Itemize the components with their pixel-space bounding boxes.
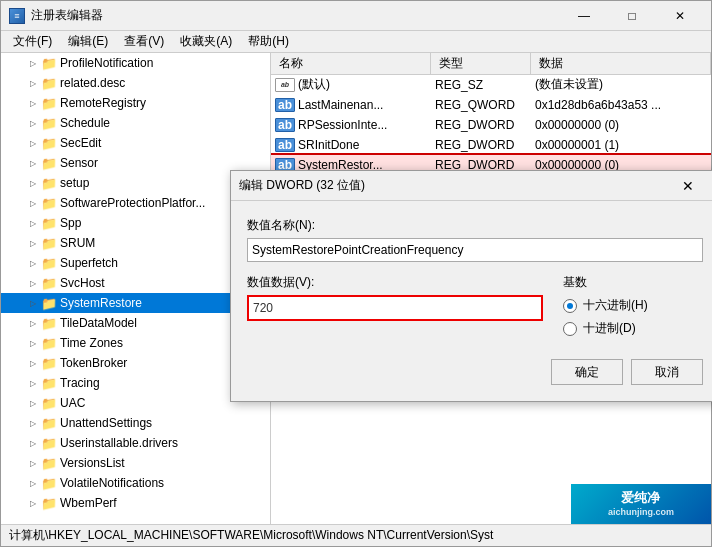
status-bar: 计算机\HKEY_LOCAL_MACHINE\SOFTWARE\Microsof…	[1, 524, 711, 546]
expand-arrow-icon: ▷	[25, 395, 41, 411]
registry-row[interactable]: abLastMainenan...REG_QWORD0x1d28db6a6b43…	[271, 95, 711, 115]
reg-cell-type: REG_QWORD	[431, 98, 531, 112]
expand-arrow-icon: ▷	[25, 495, 41, 511]
reg-name-text: (默认)	[298, 76, 330, 93]
app-icon: ≡	[9, 8, 25, 24]
menu-file[interactable]: 文件(F)	[5, 31, 60, 52]
registry-row[interactable]: abSRInitDoneREG_DWORD0x00000001 (1)	[271, 135, 711, 155]
status-text: 计算机\HKEY_LOCAL_MACHINE\SOFTWARE\Microsof…	[9, 527, 493, 544]
expand-arrow-icon: ▷	[25, 95, 41, 111]
watermark-subtext: aichunjing.com	[608, 507, 674, 519]
value-section: 数值数据(V):	[247, 274, 543, 321]
title-controls: — □ ✕	[561, 2, 703, 30]
folder-icon: 📁	[41, 256, 57, 271]
value-radix-row: 数值数据(V): 基数 十六进制(H) 十进制(D)	[247, 274, 703, 343]
registry-header: 名称 类型 数据	[271, 53, 711, 75]
menu-edit[interactable]: 编辑(E)	[60, 31, 116, 52]
minimize-button[interactable]: —	[561, 2, 607, 30]
registry-row[interactable]: ab(默认)REG_SZ(数值未设置)	[271, 75, 711, 95]
tree-item[interactable]: ▷📁RemoteRegistry	[1, 93, 270, 113]
folder-icon: 📁	[41, 196, 57, 211]
dialog-buttons: 确定 取消	[247, 359, 703, 385]
tree-item[interactable]: ▷📁Userinstallable.drivers	[1, 433, 270, 453]
folder-icon: 📁	[41, 356, 57, 371]
name-field-group: 数值名称(N):	[247, 217, 703, 262]
tree-item[interactable]: ▷📁Schedule	[1, 113, 270, 133]
tree-item-label: UAC	[60, 396, 85, 410]
tree-item-label: Sensor	[60, 156, 98, 170]
tree-item-label: SystemRestore	[60, 296, 142, 310]
dialog-title-bar: 编辑 DWORD (32 位值) ✕	[231, 171, 712, 201]
folder-icon: 📁	[41, 436, 57, 451]
menu-favorites[interactable]: 收藏夹(A)	[172, 31, 240, 52]
radix-label: 基数	[563, 274, 703, 291]
folder-icon: 📁	[41, 336, 57, 351]
reg-cell-name: abLastMainenan...	[271, 98, 431, 112]
expand-arrow-icon: ▷	[25, 155, 41, 171]
tree-item-label: related.desc	[60, 76, 125, 90]
expand-arrow-icon: ▷	[25, 175, 41, 191]
expand-arrow-icon: ▷	[25, 115, 41, 131]
expand-arrow-icon: ▷	[25, 215, 41, 231]
tree-item-label: UnattendSettings	[60, 416, 152, 430]
folder-icon: 📁	[41, 156, 57, 171]
folder-icon: 📁	[41, 276, 57, 291]
tree-item[interactable]: ▷📁ProfileNotification	[1, 53, 270, 73]
cancel-button[interactable]: 取消	[631, 359, 703, 385]
reg-cell-data: 0x1d28db6a6b43a53 ...	[531, 98, 711, 112]
menu-bar: 文件(F) 编辑(E) 查看(V) 收藏夹(A) 帮助(H)	[1, 31, 711, 53]
dialog-body: 数值名称(N): 数值数据(V): 基数 十六进制(H) 十进制(D)	[231, 201, 712, 401]
tree-item[interactable]: ▷📁WbemPerf	[1, 493, 270, 513]
reg-cell-type: REG_DWORD	[431, 138, 531, 152]
tree-item-label: Time Zones	[60, 336, 123, 350]
radio-hex-circle	[563, 299, 577, 313]
tree-item[interactable]: ▷📁UnattendSettings	[1, 413, 270, 433]
expand-arrow-icon: ▷	[25, 75, 41, 91]
tree-item-label: SecEdit	[60, 136, 101, 150]
folder-icon: 📁	[41, 296, 57, 311]
folder-icon: 📁	[41, 56, 57, 71]
tree-item-label: Schedule	[60, 116, 110, 130]
reg-cell-name: abSRInitDone	[271, 138, 431, 152]
tree-item-label: WbemPerf	[60, 496, 117, 510]
close-button[interactable]: ✕	[657, 2, 703, 30]
radio-hex[interactable]: 十六进制(H)	[563, 297, 703, 314]
reg-type-icon: ab	[275, 118, 295, 132]
col-header-name: 名称	[271, 53, 431, 74]
tree-item-label: Spp	[60, 216, 81, 230]
name-input[interactable]	[247, 238, 703, 262]
name-label: 数值名称(N):	[247, 217, 703, 234]
value-input[interactable]	[247, 295, 543, 321]
expand-arrow-icon: ▷	[25, 315, 41, 331]
radio-decimal[interactable]: 十进制(D)	[563, 320, 703, 337]
menu-help[interactable]: 帮助(H)	[240, 31, 297, 52]
window-title: 注册表编辑器	[31, 7, 103, 24]
tree-item-label: SRUM	[60, 236, 95, 250]
col-header-data: 数据	[531, 53, 711, 74]
tree-item-label: Userinstallable.drivers	[60, 436, 178, 450]
reg-cell-type: REG_SZ	[431, 78, 531, 92]
tree-item[interactable]: ▷📁VolatileNotifications	[1, 473, 270, 493]
confirm-button[interactable]: 确定	[551, 359, 623, 385]
folder-icon: 📁	[41, 76, 57, 91]
expand-arrow-icon: ▷	[25, 475, 41, 491]
tree-item-label: VersionsList	[60, 456, 125, 470]
registry-row[interactable]: abRPSessionInte...REG_DWORD0x00000000 (0…	[271, 115, 711, 135]
folder-icon: 📁	[41, 136, 57, 151]
reg-cell-data: (数值未设置)	[531, 76, 711, 93]
maximize-button[interactable]: □	[609, 2, 655, 30]
reg-name-text: SRInitDone	[298, 138, 359, 152]
expand-arrow-icon: ▷	[25, 275, 41, 291]
tree-item[interactable]: ▷📁SecEdit	[1, 133, 270, 153]
folder-icon: 📁	[41, 496, 57, 511]
radio-hex-dot	[567, 303, 573, 309]
tree-item[interactable]: ▷📁related.desc	[1, 73, 270, 93]
expand-arrow-icon: ▷	[25, 195, 41, 211]
tree-item[interactable]: ▷📁VersionsList	[1, 453, 270, 473]
folder-icon: 📁	[41, 216, 57, 231]
watermark-text: 爱纯净	[608, 490, 674, 507]
menu-view[interactable]: 查看(V)	[116, 31, 172, 52]
expand-arrow-icon: ▷	[25, 375, 41, 391]
dialog-close-button[interactable]: ✕	[665, 172, 711, 200]
reg-cell-name: abRPSessionInte...	[271, 118, 431, 132]
